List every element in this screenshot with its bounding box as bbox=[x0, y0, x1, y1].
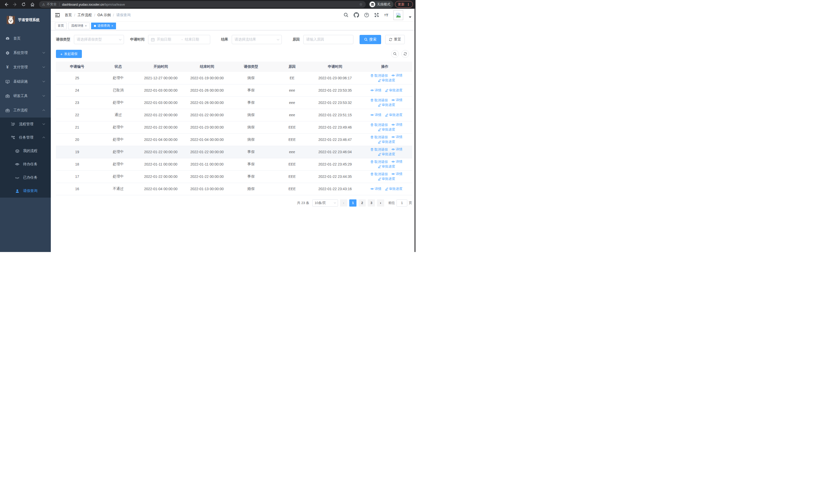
sidebar-menu: 首页系统管理¥支付管理基础设施研发工具工作流程流程管理任务管理我的流程待办任务已… bbox=[0, 31, 51, 198]
approval-progress-link[interactable]: 审批进度 bbox=[378, 78, 395, 83]
detail-link[interactable]: 详情 bbox=[391, 122, 402, 127]
bookmark-star-icon[interactable]: ☆ bbox=[359, 2, 363, 7]
close-icon[interactable]: × bbox=[111, 24, 113, 28]
sidebar-item-workflow[interactable]: 工作流程 bbox=[0, 103, 51, 118]
prev-page-button[interactable]: ‹ bbox=[340, 199, 347, 207]
user-avatar[interactable] bbox=[394, 10, 403, 20]
sidebar-item-done-tasks[interactable]: 已办任务 bbox=[0, 171, 51, 184]
reason-input[interactable]: 请输入原因 bbox=[303, 35, 353, 44]
sidebar-item-payment-management[interactable]: ¥支付管理 bbox=[0, 60, 51, 75]
home-icon[interactable] bbox=[29, 1, 36, 8]
approval-progress-link[interactable]: 审批进度 bbox=[378, 164, 395, 169]
search-icon[interactable] bbox=[344, 12, 348, 18]
sidebar-item-task-management[interactable]: 任务管理 bbox=[0, 131, 51, 144]
tab-leave-query[interactable]: 请假查询 × bbox=[91, 23, 116, 29]
refresh-icon bbox=[389, 38, 393, 41]
start-date-input[interactable]: 开始日期 bbox=[157, 37, 179, 42]
cancel-leave-link[interactable]: 取消请假 bbox=[370, 123, 388, 127]
leave-type-select[interactable]: 请选择请假类型 bbox=[74, 35, 124, 44]
eye-icon bbox=[391, 160, 395, 164]
approval-progress-link[interactable]: 审批进度 bbox=[378, 127, 395, 132]
sidebar-item-leave-query[interactable]: 请假查询 bbox=[0, 184, 51, 198]
detail-link[interactable]: 详情 bbox=[391, 98, 402, 102]
next-page-button[interactable]: › bbox=[377, 199, 384, 207]
font-size-icon[interactable]: TT bbox=[384, 13, 388, 17]
approval-progress-link[interactable]: 审批进度 bbox=[378, 177, 395, 181]
github-icon[interactable] bbox=[354, 12, 359, 18]
reload-icon[interactable] bbox=[20, 1, 27, 8]
tab-process-detail[interactable]: 流程详情 × bbox=[68, 23, 90, 29]
incognito-label: 无痕模式 bbox=[377, 2, 390, 7]
approval-progress-link[interactable]: 审批进度 bbox=[385, 186, 402, 191]
detail-link[interactable]: 详情 bbox=[391, 135, 402, 139]
apply-time-range-picker[interactable]: 开始日期 - 结束日期 bbox=[148, 35, 210, 44]
create-leave-button[interactable]: + 发起请假 bbox=[56, 50, 82, 58]
page-button-3[interactable]: 3 bbox=[368, 199, 375, 207]
update-button[interactable]: 更新 ⋮ bbox=[395, 1, 413, 8]
content: 请假类型 请选择请假类型 申请时间 开始日期 - 结束日期 结果 请选择流结果 bbox=[51, 30, 416, 252]
security-label[interactable]: 不安全 bbox=[47, 2, 57, 7]
cancel-leave-link[interactable]: 取消请假 bbox=[370, 73, 388, 78]
breadcrumb-oa-example[interactable]: OA 示例 bbox=[97, 13, 111, 18]
cancel-leave-link[interactable]: 取消请假 bbox=[370, 98, 388, 102]
sidebar-item-dev-tools[interactable]: 研发工具 bbox=[0, 89, 51, 103]
detail-link[interactable]: 详情 bbox=[391, 73, 402, 78]
cancel-leave-link[interactable]: 取消请假 bbox=[370, 147, 388, 152]
cell-reason: EEE bbox=[271, 170, 313, 183]
fullscreen-icon[interactable] bbox=[374, 12, 379, 18]
update-label[interactable]: 更新 bbox=[398, 2, 404, 7]
cancel-leave-link[interactable]: 取消请假 bbox=[370, 135, 388, 140]
approval-progress-link[interactable]: 审批进度 bbox=[385, 88, 402, 93]
sidebar-item-process-management[interactable]: 流程管理 bbox=[0, 118, 51, 131]
table-row: 23处理中2022-01-03 00:00:002022-01-26 00:00… bbox=[56, 96, 412, 109]
reset-button[interactable]: 重置 bbox=[385, 35, 405, 44]
page-button-2[interactable]: 2 bbox=[359, 199, 366, 207]
breadcrumb-home[interactable]: 首页 bbox=[65, 13, 72, 18]
sidebar-item-system-management[interactable]: 系统管理 bbox=[0, 46, 51, 60]
sidebar-item-todo-tasks[interactable]: 待办任务 bbox=[0, 157, 51, 171]
breadcrumb-workflow[interactable]: 工作流程 bbox=[78, 13, 92, 18]
approval-progress-link[interactable]: 审批进度 bbox=[378, 140, 395, 144]
search-button[interactable]: 搜索 bbox=[360, 35, 381, 44]
end-date-input[interactable]: 结束日期 bbox=[185, 37, 207, 42]
sidebar-item-infrastructure[interactable]: 基础设施 bbox=[0, 75, 51, 89]
approval-progress-link[interactable]: 审批进度 bbox=[378, 152, 395, 156]
trash-icon bbox=[370, 148, 374, 151]
sidebar-item-my-processes[interactable]: 我的流程 bbox=[0, 144, 51, 157]
detail-link[interactable]: 详情 bbox=[370, 186, 381, 191]
sidebar-item-home[interactable]: 首页 bbox=[0, 31, 51, 46]
browser-menu-icon[interactable]: ⋮ bbox=[406, 2, 410, 6]
app-title: 芋道管理系统 bbox=[18, 18, 39, 22]
detail-link[interactable]: 详情 bbox=[391, 172, 402, 176]
close-icon[interactable]: × bbox=[85, 24, 87, 28]
cell-reason: eee bbox=[271, 109, 313, 121]
detail-link[interactable]: 详情 bbox=[391, 147, 402, 152]
collapse-sidebar-icon[interactable] bbox=[55, 12, 61, 18]
show-search-toggle-button[interactable] bbox=[391, 50, 399, 58]
page-size-select[interactable]: 10条/页 bbox=[312, 199, 338, 207]
back-icon[interactable] bbox=[3, 1, 10, 8]
cell-id: 20 bbox=[56, 134, 98, 146]
approval-progress-link[interactable]: 审批进度 bbox=[385, 113, 402, 117]
cancel-leave-link[interactable]: 取消请假 bbox=[370, 172, 388, 177]
detail-link[interactable]: 详情 bbox=[370, 88, 381, 93]
refresh-table-button[interactable] bbox=[401, 50, 409, 58]
cell-actions: 取消请假详情审批进度 bbox=[357, 146, 412, 158]
action-label: 详情 bbox=[375, 113, 381, 117]
result-select[interactable]: 请选择流结果 bbox=[232, 35, 282, 44]
approval-progress-link[interactable]: 审批进度 bbox=[378, 102, 395, 107]
detail-link[interactable]: 详情 bbox=[370, 113, 381, 117]
cell-apply_time: 2022-01-22 23:46:47 bbox=[313, 134, 357, 146]
detail-link[interactable]: 详情 bbox=[391, 159, 402, 164]
address-bar[interactable]: ⚠ 不安全 dashboard.yudao.iocoder.cn/bpm/oa/… bbox=[39, 1, 366, 8]
page-button-1[interactable]: 1 bbox=[349, 199, 356, 207]
cancel-leave-link[interactable]: 取消请假 bbox=[370, 159, 388, 164]
goto-page-input[interactable]: 1 bbox=[397, 199, 407, 207]
help-icon[interactable] bbox=[364, 12, 369, 18]
tab-home[interactable]: 首页 bbox=[55, 23, 67, 29]
avatar-dropdown-icon[interactable] bbox=[409, 17, 411, 18]
logo-row: 芋道管理系统 bbox=[0, 9, 51, 31]
forward-icon[interactable] bbox=[11, 1, 19, 8]
window-scrollbar[interactable] bbox=[414, 9, 416, 252]
cell-actions: 取消请假详情审批进度 bbox=[357, 96, 412, 109]
